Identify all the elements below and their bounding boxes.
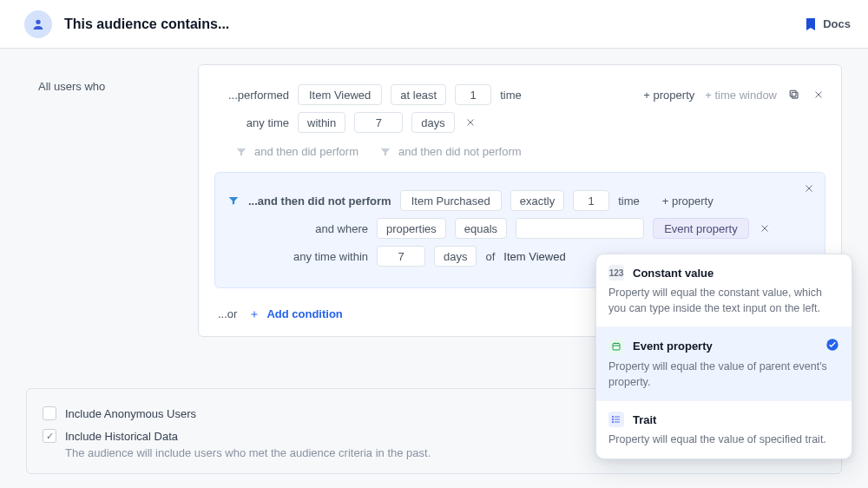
popover-item-desc: Property will equal the value of specifi… (608, 432, 839, 448)
svg-point-6 (612, 419, 614, 420)
of-label: of (485, 250, 495, 263)
calendar-grid-icon (608, 339, 624, 354)
time-count[interactable]: 7 (377, 246, 425, 267)
svg-point-7 (612, 421, 614, 423)
where-op-chip[interactable]: equals (455, 218, 507, 239)
popover-item-event-property[interactable]: Event property Property will equal the v… (596, 326, 852, 400)
condition-1-suffix: time (500, 89, 522, 102)
popover-item-trait[interactable]: Trait Property will equal the value of s… (596, 400, 852, 458)
condition-2-head: ...and then did not perform Item Purchas… (227, 190, 812, 211)
within-count[interactable]: 7 (354, 112, 403, 133)
list-icon (608, 412, 624, 427)
parent-event: Item Viewed (503, 250, 565, 263)
condition-2-add-property[interactable]: + property (662, 195, 713, 208)
condition-2-event-chip[interactable]: Item Purchased (400, 190, 502, 211)
condition-2-prefix: ...and then did not perform (248, 195, 391, 208)
or-label: ...or (218, 307, 237, 320)
event-property-chip[interactable]: Event property (653, 218, 749, 239)
condition-1-comparison[interactable]: at least (391, 84, 446, 105)
docs-label: Docs (823, 17, 851, 30)
svg-rect-3 (613, 343, 620, 350)
check-icon (825, 338, 839, 354)
popover-item-desc: Property will equal the value of parent … (608, 359, 839, 390)
compare-popover: 123 Constant value Property will equal t… (595, 254, 852, 459)
add-property-button[interactable]: + property (643, 89, 694, 102)
condition-1-count[interactable]: 1 (455, 84, 491, 105)
person-icon (31, 17, 45, 31)
number-icon: 123 (608, 265, 624, 280)
plus-icon (249, 309, 260, 320)
checkbox-historical[interactable] (43, 429, 56, 443)
remove-time-icon[interactable] (464, 115, 477, 129)
bookmark-icon (806, 17, 816, 31)
condition-1-row: ...performed Item Viewed at least 1 time… (214, 84, 825, 105)
duplicate-icon[interactable] (787, 88, 801, 102)
condition-1-event-chip[interactable]: Item Viewed (298, 84, 382, 105)
close-icon[interactable] (812, 88, 825, 102)
docs-link[interactable]: Docs (806, 17, 851, 31)
condition-2-suffix: time (618, 195, 640, 208)
svg-point-0 (36, 19, 40, 23)
condition-1-time-row: any time within 7 days (214, 112, 825, 133)
svg-point-5 (612, 416, 614, 418)
checkbox-anonymous[interactable] (43, 406, 56, 420)
then-did-perform-button[interactable]: and then did perform (235, 145, 358, 158)
funnel-icon (379, 146, 391, 158)
header-left: This audience contains... (24, 10, 229, 38)
where-remove-icon[interactable] (758, 221, 772, 235)
page-title: This audience contains... (64, 16, 229, 32)
funnel-icon (235, 146, 247, 158)
option-historical-label: Include Historical Data (65, 430, 178, 443)
group-close-icon[interactable] (802, 181, 816, 195)
popover-item-title: Constant value (633, 267, 713, 280)
popover-item-title: Trait (633, 413, 656, 426)
option-anonymous-label: Include Anonymous Users (65, 407, 196, 420)
condition-1-time-label: any time (214, 116, 289, 129)
condition-1-actions: + property + time window (643, 88, 825, 102)
left-label: All users who (38, 80, 184, 93)
within-chip[interactable]: within (298, 112, 345, 133)
add-condition-button[interactable]: Add condition (249, 307, 342, 320)
funnel-icon (227, 195, 240, 207)
svg-rect-2 (790, 90, 796, 96)
within-unit[interactable]: days (411, 112, 454, 133)
time-unit[interactable]: days (434, 246, 477, 267)
time-prefix: any time within (279, 250, 368, 263)
popover-item-desc: Property will equal the constant value, … (608, 286, 839, 316)
condition-1-prefix: ...performed (214, 89, 289, 102)
condition-2-where: and where properties equals Event proper… (227, 218, 812, 239)
condition-2-comparison[interactable]: exactly (510, 190, 564, 211)
audience-avatar (24, 10, 52, 38)
svg-rect-1 (792, 92, 798, 98)
popover-item-title: Event property (633, 340, 713, 353)
then-actions: and then did perform and then did not pe… (214, 140, 825, 167)
add-time-window-button[interactable]: + time window (705, 89, 777, 102)
where-field-chip[interactable]: properties (377, 218, 446, 239)
where-value-input[interactable] (516, 218, 644, 239)
condition-2-count[interactable]: 1 (573, 190, 609, 211)
where-label: and where (306, 222, 368, 235)
popover-item-constant[interactable]: 123 Constant value Property will equal t… (596, 254, 852, 326)
then-did-not-perform-button[interactable]: and then did not perform (379, 145, 522, 158)
left-column: All users who (0, 64, 198, 337)
header: This audience contains... Docs (0, 0, 868, 49)
